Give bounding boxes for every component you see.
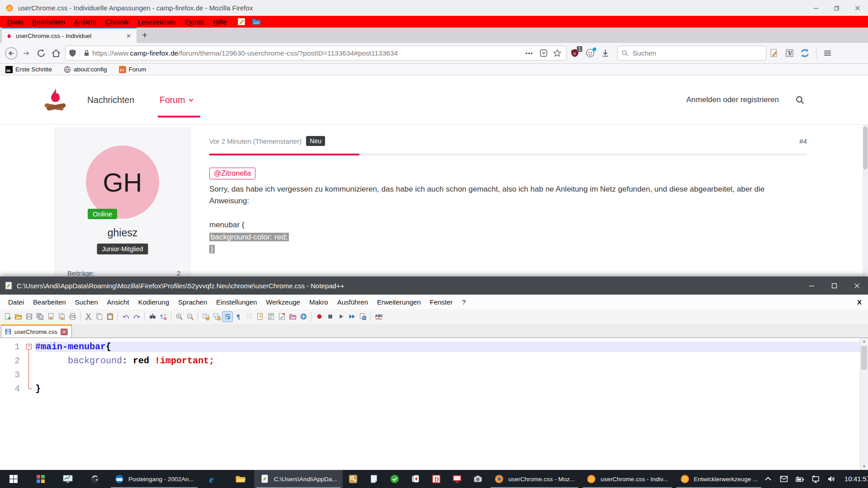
pinned-colorful-app[interactable] xyxy=(27,470,54,488)
bookmark-forum[interactable]: f-f Forum xyxy=(119,66,146,73)
notepadpp-titlebar[interactable]: C:\Users\Andi\AppData\Roaming\Mozilla\Fi… xyxy=(0,277,868,295)
login-link[interactable]: Anmelden oder registrieren xyxy=(686,95,779,104)
close-icon[interactable] xyxy=(847,0,868,16)
doc-map-icon[interactable] xyxy=(266,312,276,322)
npp-menu-makro[interactable]: Makro xyxy=(305,298,333,306)
battery-tray-icon[interactable] xyxy=(795,474,804,483)
monitor-icon[interactable] xyxy=(298,312,308,322)
document-tab[interactable]: userChrome.css ✕ xyxy=(1,324,72,338)
open-icon[interactable] xyxy=(13,312,23,322)
menubar-item-hilfe[interactable]: Hilfe xyxy=(208,18,231,26)
editor-line[interactable]: 1−#main-menubar{ xyxy=(0,340,868,354)
npp-menu-datei[interactable]: Datei xyxy=(4,298,28,306)
lock-icon[interactable] xyxy=(83,49,90,57)
macro-run-multi-icon[interactable] xyxy=(347,312,357,322)
ublock-extension-icon[interactable]: u 1 xyxy=(567,46,582,61)
pinned-edge[interactable]: e xyxy=(200,470,227,488)
home-button[interactable] xyxy=(48,46,63,61)
npp-minimize-icon[interactable] xyxy=(800,277,823,295)
scroll-up-arrow[interactable]: ▲ xyxy=(860,338,868,345)
paste-icon[interactable] xyxy=(105,312,115,322)
page-actions-icon[interactable]: ••• xyxy=(525,50,533,56)
editor-line[interactable]: 2 background: red !important; xyxy=(0,354,868,368)
find-icon[interactable] xyxy=(147,312,157,322)
code-text[interactable]: #main-menubar{ xyxy=(35,342,868,352)
username[interactable]: ghiesz xyxy=(55,227,190,239)
print-icon[interactable] xyxy=(67,312,77,322)
npp-menu-close-icon[interactable]: X xyxy=(857,298,862,306)
editor-line[interactable]: 3 xyxy=(0,368,868,382)
macro-play-icon[interactable] xyxy=(336,312,346,322)
pinned-explorer[interactable] xyxy=(227,470,254,488)
download-icon[interactable] xyxy=(598,46,613,61)
macro-save-icon[interactable] xyxy=(358,312,368,322)
editor-scrollbar-thumb[interactable] xyxy=(861,346,867,370)
npp-menu-bearbeiten[interactable]: Bearbeiten xyxy=(28,298,71,306)
pinned-dark-app[interactable] xyxy=(81,470,108,488)
editor-line[interactable]: 4} xyxy=(0,382,868,396)
hamburger-menu-icon[interactable] xyxy=(820,46,835,61)
start-button[interactable] xyxy=(0,470,27,488)
menubar-item-extras[interactable]: Extras xyxy=(180,18,209,26)
pinned-notes[interactable] xyxy=(363,470,384,488)
spell-check-icon[interactable]: ABC xyxy=(373,312,383,322)
menubar-item-chronik[interactable]: Chronik xyxy=(101,18,133,26)
taskbar-notepadpp[interactable]: C:\Users\Andi\AppDa... xyxy=(254,470,343,488)
npp-menu-ansicht[interactable]: Ansicht xyxy=(102,298,133,306)
chevron-tray-icon[interactable] xyxy=(764,474,773,483)
post-timestamp[interactable]: Vor 2 Minuten (Themenstarter) xyxy=(209,137,302,145)
tracking-shield-icon[interactable] xyxy=(68,49,77,57)
url-text[interactable]: https://www.camp-firefox.de/forum/thema/… xyxy=(92,49,522,57)
notes-extension-icon[interactable] xyxy=(237,18,245,26)
word-wrap-icon[interactable] xyxy=(222,312,232,322)
avatar[interactable]: GH xyxy=(86,145,159,219)
bookmark-about-config[interactable]: about:config xyxy=(64,66,107,73)
npp-menu-ausführen[interactable]: Ausführen xyxy=(333,298,373,306)
npp-menu-einstellungen[interactable]: Einstellungen xyxy=(212,298,261,306)
pinned-monitor-app[interactable] xyxy=(54,470,81,488)
network-tray-icon[interactable] xyxy=(811,474,820,483)
sync-h-icon[interactable] xyxy=(212,312,222,322)
ghostery-extension-icon[interactable] xyxy=(582,46,598,61)
menubar-item-datei[interactable]: Datei xyxy=(3,18,28,26)
show-symbols-icon[interactable]: ¶ xyxy=(233,312,243,322)
taskbar-firefox-old[interactable]: userChrome.css - Moz... xyxy=(488,470,580,488)
function-list-icon[interactable] xyxy=(255,312,265,322)
pinned-red-monitor[interactable] xyxy=(447,470,467,488)
bookmark-star-icon[interactable] xyxy=(550,47,564,60)
post-number[interactable]: #4 xyxy=(799,137,807,145)
nav-nachrichten[interactable]: Nachrichten xyxy=(87,95,134,105)
minimize-icon[interactable] xyxy=(806,0,826,16)
zoom-in-icon[interactable] xyxy=(174,312,184,322)
back-button[interactable] xyxy=(4,46,19,61)
macro-record-icon[interactable] xyxy=(314,312,324,322)
sync-v-icon[interactable] xyxy=(201,312,211,322)
page-scrollbar[interactable] xyxy=(863,125,868,277)
doc-switcher-icon[interactable] xyxy=(277,312,287,322)
npp-menu-werkzeuge[interactable]: Werkzeuge xyxy=(261,298,305,306)
new-tab-button[interactable]: + xyxy=(137,28,153,43)
browser-tab[interactable]: userChrome.css - Individuel ✕ xyxy=(2,28,137,43)
pinned-camera[interactable] xyxy=(467,470,488,488)
menubar-item-bearbeiten[interactable]: Bearbeiten xyxy=(28,18,70,26)
cut-icon[interactable] xyxy=(83,312,93,322)
npp-menu-fenster[interactable]: Fenster xyxy=(425,298,458,306)
macro-stop-icon[interactable] xyxy=(325,312,335,322)
npp-menu-erweiterungen[interactable]: Erweiterungen xyxy=(373,298,425,306)
menubar-item-lesezeichen[interactable]: Lesezeichen xyxy=(133,18,180,26)
code-text[interactable]: background: red !important; xyxy=(35,356,868,366)
redo-icon[interactable] xyxy=(132,312,142,322)
campfire-logo[interactable] xyxy=(43,86,67,113)
save-all-icon[interactable] xyxy=(35,312,45,322)
forward-button[interactable] xyxy=(19,46,33,61)
close-all-icon[interactable] xyxy=(57,312,66,322)
new-icon[interactable] xyxy=(2,312,12,322)
notes-toolbar-icon[interactable] xyxy=(766,46,782,61)
npp-menu-sprachen[interactable]: Sprachen xyxy=(174,298,212,306)
fold-collapse-icon[interactable]: − xyxy=(26,344,32,349)
search-bar[interactable]: Suchen xyxy=(617,46,766,61)
scrollbar-thumb[interactable] xyxy=(863,127,868,169)
undo-icon[interactable] xyxy=(121,312,131,322)
code-text[interactable]: } xyxy=(35,384,868,394)
save-icon[interactable] xyxy=(24,312,34,322)
